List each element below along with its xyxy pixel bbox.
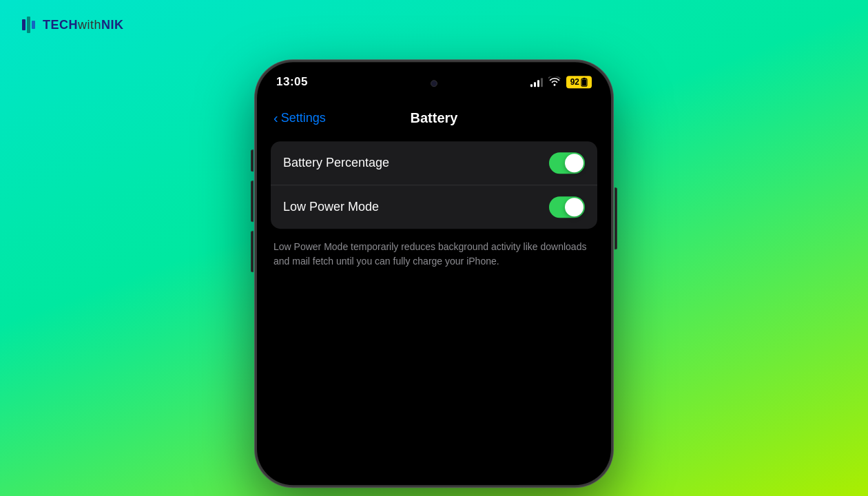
phone-screen: 13:05 [257, 62, 611, 485]
svg-rect-4 [583, 78, 586, 79]
svg-rect-0 [22, 19, 25, 30]
logo-tech-text: TECH [43, 18, 78, 32]
low-power-mode-toggle[interactable] [549, 196, 585, 218]
signal-bars-icon [530, 77, 543, 87]
camera-dot [431, 80, 437, 87]
svg-rect-1 [27, 17, 30, 33]
low-power-mode-description: Low Power Mode temporarily reduces backg… [271, 237, 597, 271]
toggle-knob [565, 154, 583, 172]
volume-up-button [251, 180, 254, 222]
page-title: Battery [411, 110, 458, 126]
logo: TECHwithNIK [21, 15, 124, 34]
low-power-mode-row: Low Power Mode [271, 185, 597, 229]
signal-bar-1 [530, 84, 533, 87]
logo-nik-text: NIK [101, 18, 124, 32]
mute-button [251, 149, 254, 172]
status-time: 13:05 [276, 75, 308, 89]
low-power-mode-label: Low Power Mode [283, 200, 379, 214]
settings-content: Battery Percentage Low Power Mode [257, 141, 611, 271]
wifi-icon [548, 76, 561, 88]
battery-percentage-label: Battery Percentage [283, 156, 389, 170]
signal-bar-3 [537, 80, 539, 87]
status-icons: 92 [530, 76, 592, 88]
svg-rect-5 [582, 79, 586, 85]
svg-rect-2 [32, 21, 35, 29]
back-chevron-icon: ‹ [273, 110, 278, 126]
toggle-knob-2 [565, 198, 583, 216]
battery-percentage-row: Battery Percentage [271, 141, 597, 185]
phone-body: 13:05 [255, 60, 613, 487]
logo-icon [21, 15, 40, 34]
power-button [614, 187, 617, 249]
navigation-header: ‹ Settings Battery [257, 103, 611, 133]
phone-device: 13:05 [255, 60, 613, 487]
dynamic-island [393, 72, 475, 95]
battery-percentage-toggle[interactable] [549, 152, 585, 174]
volume-down-button [251, 231, 254, 272]
toggle-card: Battery Percentage Low Power Mode [271, 141, 597, 229]
back-button-label: Settings [281, 111, 326, 125]
battery-level: 92 [570, 77, 579, 87]
back-button[interactable]: ‹ Settings [273, 110, 326, 126]
logo-with-text: with [78, 18, 101, 32]
signal-bar-4 [541, 78, 543, 87]
battery-status-badge: 92 [566, 76, 592, 88]
signal-bar-2 [534, 82, 536, 87]
